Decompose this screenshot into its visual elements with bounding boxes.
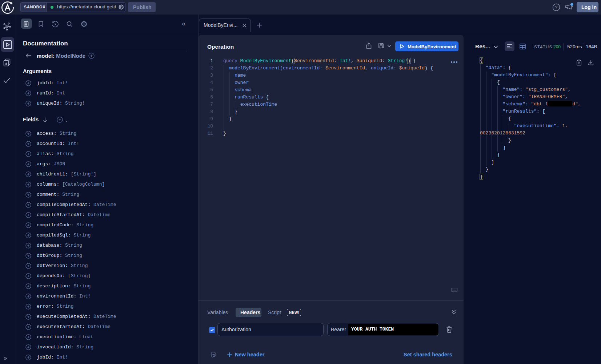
svg-text:?: ? [555, 5, 558, 10]
